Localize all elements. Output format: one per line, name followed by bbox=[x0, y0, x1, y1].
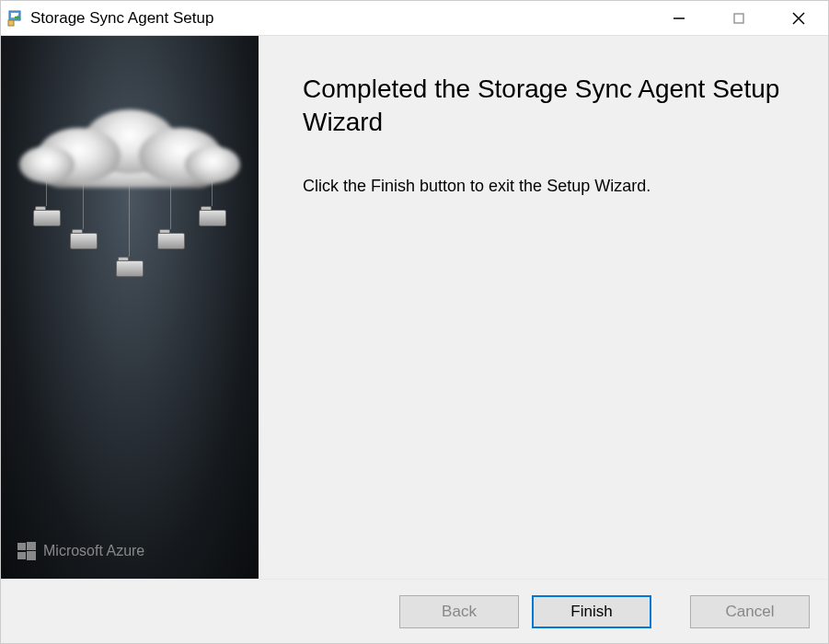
svg-rect-4 bbox=[734, 14, 743, 23]
button-bar: Back Finish Cancel bbox=[1, 579, 828, 643]
folder-icon bbox=[70, 229, 98, 249]
svg-rect-9 bbox=[17, 552, 26, 559]
folder-icon bbox=[33, 206, 61, 226]
close-button[interactable] bbox=[768, 1, 828, 35]
wizard-banner-image: Microsoft Azure bbox=[1, 36, 259, 579]
finish-button[interactable]: Finish bbox=[532, 595, 651, 628]
windows-logo-icon bbox=[17, 542, 36, 560]
minimize-button[interactable] bbox=[649, 1, 708, 35]
titlebar: Storage Sync Agent Setup bbox=[1, 1, 828, 36]
cancel-button: Cancel bbox=[690, 595, 810, 628]
back-button: Back bbox=[399, 595, 519, 628]
window-title: Storage Sync Agent Setup bbox=[30, 9, 649, 28]
folder-icon bbox=[116, 257, 144, 277]
brand-text: Microsoft Azure bbox=[43, 543, 144, 559]
content-area: Microsoft Azure Completed the Storage Sy… bbox=[1, 36, 828, 579]
main-panel: Completed the Storage Sync Agent Setup W… bbox=[259, 36, 828, 579]
installer-window: Storage Sync Agent Setup bbox=[0, 0, 829, 644]
window-controls bbox=[649, 1, 828, 35]
cloud-graphic bbox=[19, 100, 240, 192]
svg-rect-8 bbox=[27, 542, 36, 550]
wizard-instruction: Click the Finish button to exit the Setu… bbox=[303, 177, 791, 196]
folder-icon bbox=[157, 229, 185, 249]
azure-brand: Microsoft Azure bbox=[17, 542, 144, 560]
folder-icon bbox=[199, 206, 226, 226]
maximize-button bbox=[708, 1, 768, 35]
wizard-heading: Completed the Storage Sync Agent Setup W… bbox=[303, 73, 791, 140]
installer-icon bbox=[6, 9, 25, 28]
svg-rect-7 bbox=[17, 543, 26, 550]
svg-rect-10 bbox=[27, 551, 36, 560]
svg-rect-2 bbox=[8, 20, 14, 26]
